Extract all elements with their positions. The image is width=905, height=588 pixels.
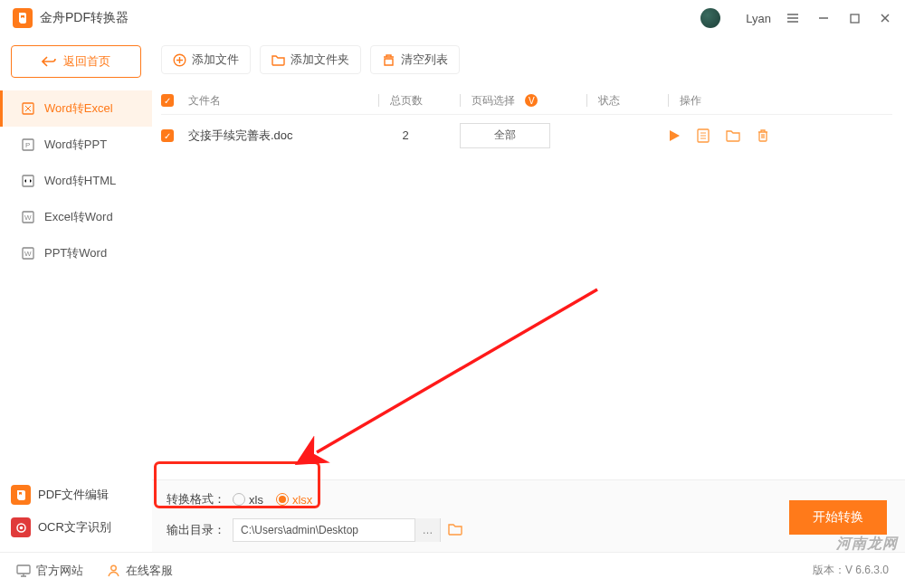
select-all-checkbox[interactable]: ✓ [161,94,174,107]
quick-tools: PDF文件编辑 OCR文字识别 [0,479,152,552]
pdf-edit-icon [11,485,31,505]
sidebar: 返回首页 Word转Excel P Word转PPT Word转HTML W E… [0,36,152,543]
html-icon [21,174,35,188]
maximize-button[interactable] [845,9,863,27]
svg-point-12 [19,526,23,529]
col-status: 状态 [586,93,668,109]
clear-list-button[interactable]: 清空列表 [370,45,460,74]
nav-excel-to-word[interactable]: W Excel转Word [0,199,152,235]
svg-rect-0 [851,14,859,23]
word-icon: W [21,210,35,224]
close-button[interactable] [876,9,894,27]
svg-text:W: W [24,250,32,258]
nav-label: Excel转Word [44,209,113,225]
nav-label: Word转HTML [44,173,116,189]
back-arrow-icon [42,55,56,68]
official-site-link[interactable]: 官方网站 [16,563,83,579]
output-path-box: … [233,518,441,542]
nav-ppt-to-word[interactable]: W PPT转Word [0,235,152,271]
radio-xls[interactable]: xls [233,493,263,507]
user-avatar[interactable] [700,8,720,28]
play-icon[interactable] [668,129,681,142]
folder-icon [272,54,285,66]
pdf-edit-button[interactable]: PDF文件编辑 [11,481,141,508]
watermark: 河南龙网 [836,535,898,554]
doc-icon[interactable] [697,128,710,143]
convert-panel: 转换格式： xls xlsx 输出目录： … 开始转换 [152,479,905,552]
page-range-button[interactable]: 全部 [460,123,550,148]
title-bar: 金舟PDF转换器 Lyan [0,0,905,36]
menu-icon[interactable] [784,9,802,27]
monitor-icon [16,564,31,577]
start-convert-button[interactable]: 开始转换 [789,500,887,535]
user-name: Lyan [746,12,771,25]
svg-text:W: W [24,213,32,222]
nav-label: Word转PPT [44,137,107,153]
footer: 官方网站 在线客服 版本：V 6.6.3.0 [0,552,905,588]
col-action: 操作 [668,93,849,109]
nav-word-to-excel[interactable]: Word转Excel [0,90,152,127]
svg-point-14 [111,565,117,571]
col-pages: 总页数 [378,93,460,109]
delete-icon[interactable] [757,128,769,142]
output-path-input[interactable] [233,524,414,536]
plus-circle-icon [173,53,186,67]
svg-rect-13 [17,565,30,574]
cell-filename: 交接手续完善表.doc [188,128,378,144]
support-icon [107,564,120,577]
col-filename: 文件名 [188,93,378,109]
format-label: 转换格式： [167,491,225,507]
back-home-button[interactable]: 返回首页 [11,45,141,78]
vip-badge-icon: V [525,94,538,107]
row-checkbox[interactable]: ✓ [161,129,174,142]
col-range: 页码选择 V [460,93,586,109]
version-label: 版本：V 6.6.3.0 [813,563,889,578]
app-logo-icon [13,8,33,28]
back-label: 返回首页 [63,53,110,70]
toolbar: 添加文件 添加文件夹 清空列表 [161,45,892,74]
table-row: ✓ 交接手续完善表.doc 2 全部 [161,114,892,156]
open-folder-icon[interactable] [726,129,740,142]
clear-icon [382,53,395,67]
nav-label: PPT转Word [44,245,107,261]
add-file-button[interactable]: 添加文件 [161,45,251,74]
excel-icon [21,101,35,116]
nav-label: Word转Excel [44,100,113,117]
table-header: ✓ 文件名 总页数 页码选择 V 状态 操作 [161,87,892,114]
app-title: 金舟PDF转换器 [40,10,129,26]
browse-button[interactable]: … [414,518,440,542]
ocr-icon [11,517,31,537]
radio-xlsx[interactable]: xlsx [276,493,312,507]
minimize-button[interactable] [814,9,833,27]
svg-text:P: P [25,141,30,149]
output-label: 输出目录： [167,522,225,538]
file-table: ✓ 文件名 总页数 页码选择 V 状态 操作 ✓ 交接手续完善表.doc 2 全… [161,87,892,156]
nav-word-to-html[interactable]: Word转HTML [0,163,152,199]
cell-pages: 2 [378,128,460,142]
ocr-button[interactable]: OCR文字识别 [11,514,141,541]
nav-word-to-ppt[interactable]: P Word转PPT [0,127,152,163]
word-icon: W [21,246,35,261]
add-folder-button[interactable]: 添加文件夹 [260,45,361,74]
support-link[interactable]: 在线客服 [107,563,173,579]
open-output-folder-icon[interactable] [448,523,462,538]
content-area: 添加文件 添加文件夹 清空列表 ✓ 文件名 总页数 页码选择 V 状态 操作 ✓ [152,36,905,543]
ppt-icon: P [21,138,35,152]
